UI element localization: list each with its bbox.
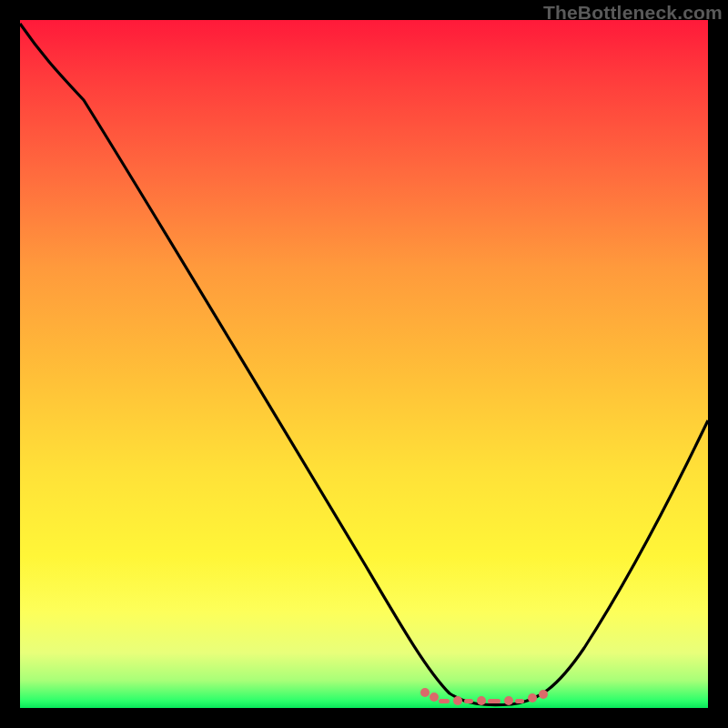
chart-plot-area [20, 20, 708, 708]
bottleneck-curve [20, 24, 708, 705]
chart-curve-layer [20, 20, 708, 708]
watermark-text: TheBottleneck.com [543, 2, 723, 24]
